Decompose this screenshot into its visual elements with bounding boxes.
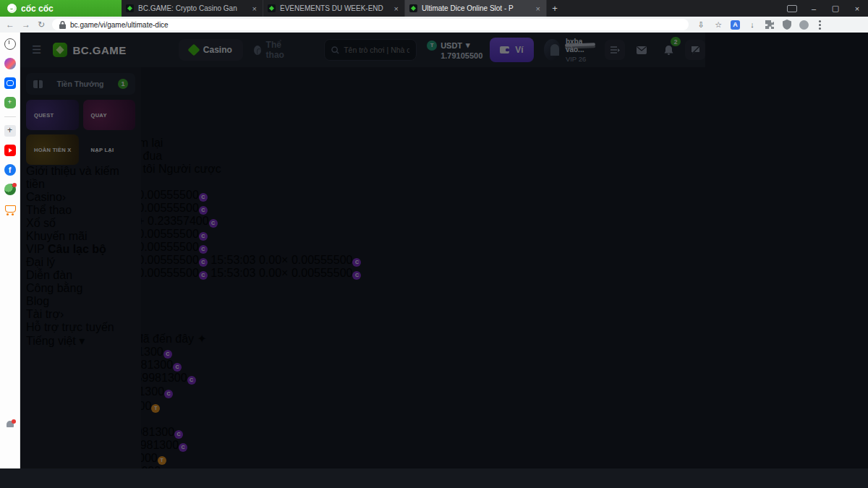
window-controls: – ▢ × bbox=[787, 0, 868, 17]
extensions-puzzle-icon[interactable] bbox=[765, 20, 775, 30]
bcgame-site: ☰ BC.GAME Casino Thể thao T USDT bbox=[20, 33, 868, 468]
tab-close-icon[interactable]: × bbox=[535, 4, 542, 13]
tab-title: Ultimate Dice Online Slot - P bbox=[422, 4, 530, 12]
screen: cốc cốc BC.GAME: Crypto Casino Gan × ÉVÈ… bbox=[0, 0, 868, 488]
coccoc-brand-label: cốc cốc bbox=[21, 4, 54, 14]
browser-tabstrip: cốc cốc BC.GAME: Crypto Casino Gan × ÉVÈ… bbox=[0, 0, 868, 17]
shopping-icon[interactable] bbox=[4, 203, 16, 215]
shield-icon[interactable] bbox=[782, 20, 792, 30]
tab-title: BC.GAME: Crypto Casino Gan bbox=[138, 4, 247, 12]
browser-toolbar: ← → ↻ bc.game/vi/game/ultimate-dice ⇩ ☆ … bbox=[0, 17, 868, 33]
forward-icon[interactable]: → bbox=[22, 20, 30, 30]
window-minimize-button[interactable]: – bbox=[803, 0, 825, 17]
address-bar[interactable]: bc.game/vi/game/ultimate-dice bbox=[52, 19, 689, 30]
url-text: bc.game/vi/game/ultimate-dice bbox=[70, 21, 169, 29]
lock-icon bbox=[59, 21, 66, 29]
browser-menu-icon[interactable] bbox=[819, 24, 821, 26]
tab-close-icon[interactable]: × bbox=[393, 4, 400, 13]
coccoc-mascot-icon bbox=[7, 4, 17, 13]
youtube-icon[interactable] bbox=[4, 145, 16, 156]
reload-icon[interactable]: ↻ bbox=[38, 20, 45, 30]
divider bbox=[4, 116, 16, 117]
bcgame-favicon bbox=[126, 4, 134, 12]
translate-icon[interactable]: A bbox=[731, 20, 740, 30]
modal-backdrop[interactable] bbox=[20, 33, 868, 468]
coccoc-brand[interactable]: cốc cốc bbox=[0, 0, 122, 17]
new-tab-button[interactable]: + bbox=[547, 0, 563, 17]
tab-events[interactable]: ÉVÈNEMENTS DU WEEK-END × bbox=[263, 0, 405, 17]
bcgame-favicon bbox=[268, 4, 276, 12]
window-close-button[interactable]: × bbox=[846, 0, 868, 17]
cast-device-icon[interactable] bbox=[787, 5, 797, 12]
browser-side-rail: + f bbox=[0, 33, 20, 468]
zalo-icon[interactable] bbox=[4, 77, 16, 89]
tab-title: ÉVÈNEMENTS DU WEEK-END bbox=[280, 4, 388, 12]
football-icon[interactable] bbox=[4, 184, 16, 195]
games-icon[interactable] bbox=[4, 97, 16, 108]
history-icon[interactable] bbox=[4, 38, 16, 50]
save-page-icon[interactable]: ⇩ bbox=[696, 20, 706, 30]
add-shortcut-icon[interactable]: + bbox=[4, 125, 16, 137]
notification-bell-icon[interactable] bbox=[4, 419, 16, 431]
profile-avatar-icon[interactable] bbox=[799, 20, 809, 30]
downloads-icon[interactable]: ↓ bbox=[747, 20, 757, 30]
bcgame-favicon bbox=[409, 4, 417, 12]
window-maximize-button[interactable]: ▢ bbox=[825, 0, 846, 17]
bookmark-star-icon[interactable]: ☆ bbox=[713, 20, 723, 30]
tab-ultimate-dice[interactable]: Ultimate Dice Online Slot - P × bbox=[405, 0, 547, 17]
facebook-icon[interactable]: f bbox=[4, 164, 16, 176]
tab-bcgame-home[interactable]: BC.GAME: Crypto Casino Gan × bbox=[122, 0, 263, 17]
messenger-icon[interactable] bbox=[4, 58, 16, 69]
tab-close-icon[interactable]: × bbox=[251, 4, 258, 13]
back-icon[interactable]: ← bbox=[6, 20, 14, 30]
